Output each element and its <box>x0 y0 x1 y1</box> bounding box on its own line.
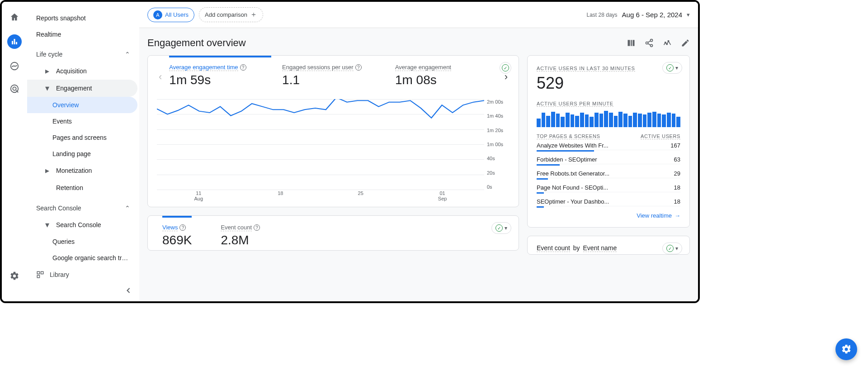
realtime-value: 529 <box>537 74 680 93</box>
sidebar-search-console-section[interactable]: Search Console⌃ <box>27 200 137 216</box>
realtime-row[interactable]: SEOptimer - Your Dashbo...18 <box>537 195 680 206</box>
realtime-row[interactable]: Analyze Websites With Fr...167 <box>537 139 680 150</box>
dropdown-icon: ▾ <box>687 11 690 18</box>
realtime-row[interactable]: Forbidden - SEOptimer63 <box>537 153 680 164</box>
audience-badge: A <box>153 10 162 19</box>
svg-rect-2 <box>16 42 17 44</box>
svg-rect-10 <box>631 40 632 46</box>
date-range-label: Last 28 days <box>587 12 618 18</box>
svg-rect-9 <box>628 40 630 46</box>
engagement-chart-card: ✓ ‹ Average engagement time? 1m 59s Enga… <box>147 55 519 207</box>
realtime-row[interactable]: Free Robots.txt Generator...29 <box>537 167 680 178</box>
share-icon[interactable] <box>645 38 654 48</box>
svg-rect-0 <box>12 41 13 45</box>
svg-rect-6 <box>37 271 39 274</box>
realtime-per-minute-label: ACTIVE USERS PER MINUTE <box>537 101 613 107</box>
svg-point-12 <box>651 39 653 42</box>
sidebar-landing-page[interactable]: Landing page <box>27 146 137 162</box>
caret-right-icon: ▸ <box>45 66 52 76</box>
metrics-prev-arrow[interactable]: ‹ <box>157 64 164 90</box>
sidebar-monetization[interactable]: ▸Monetization <box>27 162 137 179</box>
sidebar-organic-search[interactable]: Google organic search traf... <box>27 250 137 266</box>
library-icon <box>36 271 44 279</box>
sidebar-life-cycle[interactable]: Life cycle⌃ <box>27 46 137 62</box>
collapse-sidebar-icon[interactable] <box>124 286 133 295</box>
data-quality-badge[interactable]: ✓▾ <box>662 243 682 254</box>
insights-icon[interactable] <box>663 38 672 48</box>
dropdown-icon: ▾ <box>675 245 678 252</box>
metric-engaged-sessions[interactable]: Engaged sessions per user? 1.1 <box>277 64 390 87</box>
chip-all-users[interactable]: A All Users <box>147 8 194 22</box>
help-icon[interactable]: ? <box>254 224 260 231</box>
realtime-title: ACTIVE USERS IN LAST 30 MINUTES <box>537 66 635 71</box>
engagement-line-chart: 2m 00s1m 40s1m 20s1m 00s40s20s0s 11Aug18… <box>157 99 509 199</box>
compare-icon[interactable] <box>627 38 636 48</box>
edit-icon[interactable] <box>681 38 690 48</box>
check-icon: ✓ <box>495 224 503 232</box>
event-count-label: Event count <box>537 244 570 252</box>
data-quality-badge[interactable]: ✓▾ <box>491 222 511 234</box>
svg-rect-11 <box>632 40 634 46</box>
realtime-row[interactable]: Page Not Found - SEOpti...18 <box>537 181 680 192</box>
svg-rect-8 <box>37 276 39 278</box>
chevron-up-icon: ⌃ <box>125 205 130 212</box>
realtime-card: ✓▾ ACTIVE USERS IN LAST 30 MINUTES 529 A… <box>527 55 690 228</box>
th-users: ACTIVE USERS <box>641 133 680 139</box>
date-range-picker[interactable]: Last 28 days Aug 6 - Sep 2, 2024 ▾ <box>587 11 690 19</box>
realtime-bar-chart <box>537 111 680 127</box>
help-icon[interactable]: ? <box>240 64 246 71</box>
check-icon: ✓ <box>666 245 674 252</box>
svg-point-14 <box>651 44 653 47</box>
data-quality-badge[interactable]: ✓▾ <box>662 62 682 74</box>
th-pages: TOP PAGES & SCREENS <box>537 133 600 139</box>
metric-avg-engagement[interactable]: Average engagement 1m 08s <box>390 64 503 87</box>
help-icon[interactable]: ? <box>179 224 186 231</box>
topbar: A All Users Add comparison ＋ Last 28 day… <box>139 2 698 28</box>
explore-icon[interactable] <box>9 61 20 71</box>
caret-right-icon: ▸ <box>45 166 52 176</box>
sidebar-events[interactable]: Events <box>27 113 137 129</box>
event-count-by-name-card: ✓▾ Event count by Event name <box>527 236 690 255</box>
sidebar-overview[interactable]: Overview <box>27 97 137 113</box>
data-quality-badge[interactable]: ✓ <box>500 62 511 74</box>
title-row: Engagement overview <box>139 28 698 55</box>
sidebar-acquisition[interactable]: ▸Acquisition <box>27 62 137 80</box>
svg-point-15 <box>665 42 666 43</box>
sidebar-queries[interactable]: Queries <box>27 233 137 250</box>
reports-icon[interactable] <box>7 34 22 49</box>
svg-rect-7 <box>41 271 43 274</box>
sidebar-library[interactable]: Library <box>27 266 139 283</box>
view-realtime-link[interactable]: View realtime → <box>537 212 680 219</box>
check-icon: ✓ <box>502 64 509 71</box>
page-title: Engagement overview <box>147 37 246 49</box>
advertising-icon[interactable] <box>9 83 20 94</box>
sidebar-realtime[interactable]: Realtime <box>27 26 137 43</box>
svg-point-13 <box>646 42 648 44</box>
sidebar-search-console[interactable]: ▾Search Console <box>27 216 137 233</box>
settings-icon[interactable] <box>9 271 20 281</box>
sidebar: Reports snapshot Realtime Life cycle⌃ ▸A… <box>27 2 139 301</box>
metric-event-count[interactable]: Event count? 2.8M <box>215 224 265 247</box>
chip-add-comparison[interactable]: Add comparison ＋ <box>199 7 263 22</box>
sidebar-engagement[interactable]: ▾Engagement <box>27 80 137 97</box>
caret-down-icon: ▾ <box>45 220 52 230</box>
home-icon[interactable] <box>9 12 20 23</box>
arrow-right-icon: → <box>675 212 680 219</box>
icon-rail <box>2 2 27 301</box>
sidebar-retention[interactable]: ▸Retention <box>27 179 137 196</box>
sidebar-pages-screens[interactable]: Pages and screens <box>27 129 137 146</box>
chevron-up-icon: ⌃ <box>125 51 130 58</box>
caret-down-icon: ▾ <box>45 83 52 93</box>
dropdown-icon: ▾ <box>505 225 507 231</box>
help-icon[interactable]: ? <box>355 64 362 71</box>
metric-views[interactable]: Views? 869K <box>157 224 197 247</box>
metric-avg-engagement-time[interactable]: Average engagement time? 1m 59s <box>164 64 277 87</box>
dropdown-icon: ▾ <box>675 65 678 71</box>
plus-icon: ＋ <box>250 10 257 19</box>
main-content: A All Users Add comparison ＋ Last 28 day… <box>139 2 698 301</box>
sidebar-reports-snapshot[interactable]: Reports snapshot <box>27 10 137 26</box>
event-name-label: Event name <box>583 244 617 252</box>
svg-point-5 <box>13 87 16 90</box>
svg-point-17 <box>668 41 669 42</box>
svg-point-16 <box>666 43 668 45</box>
